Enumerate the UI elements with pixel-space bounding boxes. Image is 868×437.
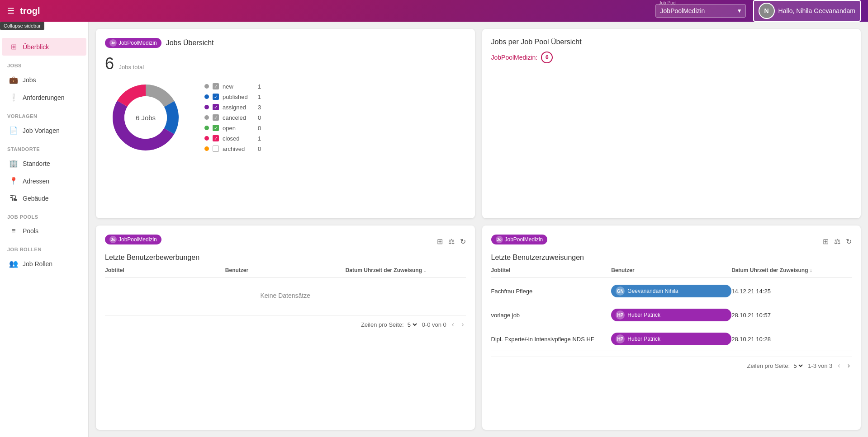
bewerbungen-footer: Zeilen pro Seite: 5 0-0 von 0 ‹ › [105,315,466,329]
jobs-overview-title: Jobs Übersicht [166,39,214,47]
user-chip-2: HP Huber Patrick [611,333,731,345]
prev-page-zuw[interactable]: ‹ [836,362,842,370]
letzte-zuweisungen-card: Jo JobPoolMedizin ⊞ ⚖ ↻ Letzte Benutzerz… [482,226,861,430]
refresh-icon[interactable]: ↻ [460,237,466,246]
sidebar-label-job-rollen: Job Rollen [23,260,52,268]
zuweisungen-header: Jo JobPoolMedizin ⊞ ⚖ ↻ [491,235,852,248]
list-icon: ≡ [9,227,18,235]
job-pool-select[interactable]: JobPoolMedizin [655,4,746,18]
app-logo: trogl [20,6,655,16]
bewerbungen-header-left: Jo JobPoolMedizin [105,235,161,248]
sort-icon-zuw[interactable]: ↓ [810,267,812,273]
date-0: 14.12.21 14:25 [731,288,852,295]
sidebar: Collapse sidebar ⊞ Überblick JOBS 💼 Jobs… [0,22,89,437]
legend-name-closed: closed [223,135,254,142]
pool-badge-label: JobPoolMedizin [119,40,157,46]
menu-icon[interactable]: ☰ [7,6,14,16]
sidebar-section-job-pools: JOB POOLS [0,207,88,222]
columns-icon-zuw[interactable]: ⊞ [823,237,829,246]
legend-checkbox-canceled[interactable]: ✓ [213,114,219,121]
legend-item-new: ✓ new 1 [204,83,261,90]
legend-name-canceled: canceled [223,114,254,121]
legend-count-canceled: 0 [258,114,261,121]
job-pool-selector[interactable]: Job Pool JobPoolMedizin ▼ [655,4,746,18]
pool-name-link[interactable]: JobPoolMedizin: [491,54,538,61]
jobtitel-2: Dipl. Experte/-in Intensivpflege NDS HF [491,336,612,343]
main-layout: Collapse sidebar ⊞ Überblick JOBS 💼 Jobs… [0,22,868,437]
location-icon: 📍 [9,177,18,185]
bewerbungen-title: Letzte Benutzerbewerbungen [105,254,466,262]
legend-dot-new [204,84,209,89]
sidebar-section-standorte: STANDORTE [0,139,88,155]
sidebar-section-job-rollen: JOB ROLLEN [0,240,88,255]
legend-item-assigned: ✓ assigned 3 [204,104,261,111]
legend-item-canceled: ✓ canceled 0 [204,114,261,121]
next-page-zuw[interactable]: › [846,362,852,370]
rows-select-zuw[interactable]: 5 [792,362,804,370]
bewerbungen-icons: ⊞ ⚖ ↻ [437,237,466,246]
legend-count-assigned: 3 [258,104,261,111]
legend-name-new: new [223,83,254,90]
bewerbungen-badge-icon: Jo [109,236,117,243]
filter-icon[interactable]: ⚖ [448,237,455,246]
sidebar-item-adressen[interactable]: 📍 Adressen [2,172,86,190]
legend-checkbox-new[interactable]: ✓ [213,83,219,89]
next-page-bew[interactable]: › [460,320,465,329]
floors-icon: 🏗 [9,194,18,202]
sidebar-item-pools[interactable]: ≡ Pools [2,222,86,240]
legend-checkbox-closed[interactable]: ✓ [213,135,219,141]
pool-overview-item: JobPoolMedizin: 6 [491,52,852,63]
legend-count-open: 0 [258,125,261,132]
grid-icon: ⊞ [9,42,18,51]
sidebar-section-vorlagen: VORLAGEN [0,106,88,122]
zuweisungen-badge-label: JobPoolMedizin [505,236,543,243]
sidebar-label-adressen: Adressen [23,178,49,185]
legend-name-open: open [223,125,254,132]
legend-dot-archived [204,146,209,151]
legend-count-published: 1 [258,94,261,100]
th-datum-zuw: Datum Uhrzeit der Zuweisung ↓ [731,267,852,273]
sort-icon-bew[interactable]: ↓ [423,267,426,273]
pagination-range-bew: 0-0 von 0 [422,321,446,328]
refresh-icon-zuw[interactable]: ↻ [846,237,852,246]
sidebar-label-standorte: Standorte [23,160,50,167]
briefcase-icon: 💼 [9,75,18,84]
date-2: 28.10.21 10:28 [731,336,852,343]
sidebar-item-jobs[interactable]: 💼 Jobs [2,71,86,89]
legend-checkbox-open[interactable]: ✓ [213,125,219,131]
pool-count-badge: 6 [541,52,553,63]
sidebar-item-job-rollen[interactable]: 👥 Job Rollen [2,255,86,273]
sidebar-label-anforderungen: Anforderungen [23,94,65,101]
chip-name-2: Huber Patrick [627,336,660,342]
user-greeting: Hallo, Nihila Geevanandam [778,7,855,14]
users-icon: 👥 [9,259,18,268]
user-chip-1: HP Huber Patrick [611,309,731,321]
sidebar-label-job-vorlagen: Job Vorlagen [23,127,60,134]
legend-checkbox-assigned[interactable]: ✓ [213,104,219,110]
donut-center-label: 6 Jobs [136,114,156,122]
sidebar-item-job-vorlagen[interactable]: 📄 Job Vorlagen [2,122,86,139]
bewerbungen-table-header: Jobtitel Benutzer Datum Uhrzeit der Zuwe… [105,267,466,277]
columns-icon[interactable]: ⊞ [437,237,443,246]
filter-icon-zuw[interactable]: ⚖ [834,237,840,246]
legend-item-archived: archived 0 [204,146,261,152]
sidebar-item-anforderungen[interactable]: ❕ Anforderungen [2,89,86,106]
letzte-bewerbungen-card: Jo JobPoolMedizin ⊞ ⚖ ↻ Letzte Benutzerb… [96,226,475,430]
chip-name-1: Huber Patrick [627,312,660,318]
sidebar-item-ueberblick[interactable]: ⊞ Überblick [2,38,86,56]
legend-checkbox-archived[interactable] [213,146,219,152]
sidebar-item-gebaeude[interactable]: 🏗 Gebäude [2,190,86,207]
prev-page-bew[interactable]: ‹ [450,320,456,329]
zuweisungen-header-left: Jo JobPoolMedizin [491,235,548,248]
legend-dot-assigned [204,105,209,109]
pagination-range-zuw: 1-3 von 3 [808,362,832,369]
zuweisungen-table-header: Jobtitel Benutzer Datum Uhrzeit der Zuwe… [491,267,852,277]
th-jobtitel-bew: Jobtitel [105,267,225,273]
date-1: 28.10.21 10:57 [731,312,852,319]
legend-item-closed: ✓ closed 1 [204,135,261,142]
legend-checkbox-published[interactable]: ✓ [213,94,219,100]
jobtitel-0: Fachfrau Pflege [491,288,612,295]
rows-select-bew[interactable]: 5 [406,321,418,329]
sidebar-item-standorte[interactable]: 🏢 Standorte [2,155,86,172]
donut-chart: 6 Jobs [105,77,186,158]
